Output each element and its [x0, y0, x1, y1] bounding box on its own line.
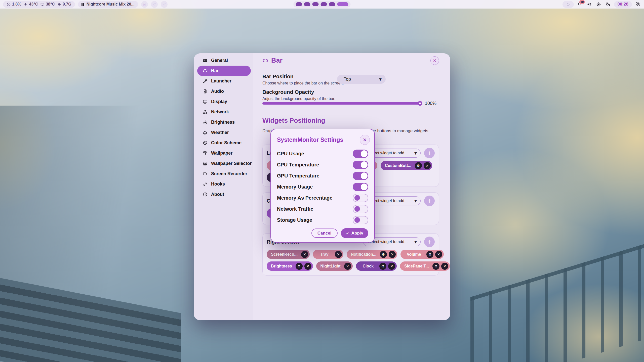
speaker-box-icon — [202, 89, 208, 94]
widget-remove-button[interactable]: ✕ — [344, 263, 351, 270]
sidebar-item-bar[interactable]: Bar — [197, 66, 251, 76]
brightness-button[interactable] — [595, 1, 602, 8]
widget-chip[interactable]: ScreenReco... ✕ — [267, 250, 310, 259]
notifications-button[interactable]: 10 — [576, 1, 583, 8]
bar-position-dropdown[interactable]: Top ▼ — [337, 75, 386, 84]
clock-button[interactable]: 00:28 — [614, 1, 632, 8]
sidebar-item-wallpaper[interactable]: Wallpaper — [194, 148, 253, 158]
add-widget-button[interactable]: + — [424, 196, 435, 206]
widget-chip[interactable]: NightLight ✕ — [316, 261, 353, 271]
modal-close-button[interactable]: ✕ — [360, 135, 370, 145]
sidebar-item-wallpaper-selector[interactable]: Wallpaper Selector — [194, 158, 253, 169]
close-icon: ✕ — [443, 264, 446, 268]
slider-handle[interactable] — [418, 101, 422, 106]
sidebar-item-general[interactable]: General — [194, 55, 253, 66]
sidebar-item-launcher[interactable]: Launcher — [194, 76, 253, 86]
background-opacity-slider[interactable] — [262, 102, 421, 105]
plus-icon: + — [427, 198, 431, 204]
top-bar: 1.8% 43°C 38°C 9.7G Nightcore Music Mix … — [0, 0, 644, 9]
favorite-button-2[interactable]: ♡ — [161, 1, 168, 8]
network-traffic-toggle[interactable] — [353, 205, 368, 213]
sidebar-item-weather[interactable]: Weather — [194, 127, 253, 138]
add-widget-button[interactable]: + — [424, 237, 435, 247]
speaker-icon — [587, 2, 592, 7]
widget-chip[interactable]: Brightness ⚙ ✕ — [267, 261, 313, 271]
gpu-temperature-toggle[interactable] — [353, 172, 368, 180]
widget-settings-button[interactable]: ⚙ — [379, 263, 386, 270]
widget-remove-button[interactable]: ✕ — [389, 251, 396, 258]
widget-settings-button[interactable]: ⚙ — [380, 251, 387, 258]
memory-as-percentage-toggle[interactable] — [353, 194, 368, 202]
sidebar-item-about[interactable]: About — [194, 189, 253, 200]
workspace-dot-3[interactable] — [312, 2, 319, 6]
sidebar-item-screen-recorder[interactable]: Screen Recorder — [194, 169, 253, 179]
widget-remove-button[interactable]: ✕ — [424, 162, 431, 169]
toggle-row: Memory Usage — [277, 181, 368, 192]
toggle-row: Network Traffic — [277, 203, 368, 214]
widget-remove-button[interactable]: ✕ — [388, 263, 395, 270]
widget-chip[interactable]: SidePanelT... ⚙ ✕ — [400, 261, 450, 271]
paint-roller-icon — [202, 151, 208, 156]
workspace-dot-2[interactable] — [304, 2, 310, 6]
widget-chip[interactable]: Clock ⚙ ✕ — [356, 261, 397, 271]
widget-chip[interactable]: Tray ✕ — [313, 250, 343, 259]
widget-settings-button[interactable]: ⚙ — [415, 162, 422, 169]
notification-badge: 10 — [579, 0, 585, 4]
widget-remove-button[interactable]: ✕ — [304, 263, 311, 270]
chevron-down-icon: ▼ — [414, 240, 417, 244]
widget-remove-button[interactable]: ✕ — [301, 251, 308, 258]
widget-remove-button[interactable]: ✕ — [335, 251, 342, 258]
bar-position-value: Top — [344, 77, 351, 82]
sidebar-item-audio[interactable]: Audio — [194, 86, 253, 97]
storage-usage-toggle[interactable] — [353, 216, 368, 224]
widget-chip[interactable]: Volume ⚙ ✕ — [400, 250, 444, 259]
check-icon: ✓ — [346, 231, 349, 236]
apply-button[interactable]: ✓ Apply — [341, 228, 368, 238]
sidebar-item-network[interactable]: Network — [194, 107, 253, 117]
memory-stat: 9.7G — [57, 2, 71, 7]
claw-icon — [566, 2, 571, 7]
media-player-pill[interactable]: Nightcore Music Mix 20... — [78, 1, 138, 8]
cpu-usage-toggle[interactable] — [353, 150, 368, 158]
gear-icon: ⚙ — [382, 252, 385, 256]
sidebar-item-brightness[interactable]: Brightness — [194, 117, 253, 127]
widget-settings-button[interactable]: ⚙ — [426, 251, 433, 258]
memory-usage-toggle[interactable] — [353, 183, 368, 191]
system-stats-pill[interactable]: 1.8% 43°C 38°C 9.7G — [3, 1, 75, 8]
page-title: Bar — [271, 57, 283, 64]
widget-chip[interactable]: CustomButt... ⚙ ✕ — [381, 161, 432, 170]
close-icon: ✕ — [437, 252, 440, 256]
flame-icon — [23, 2, 28, 7]
pill-icon — [262, 58, 268, 63]
favorite-button-1[interactable]: ♡ — [151, 1, 158, 8]
settings-close-button[interactable]: ✕ — [430, 56, 439, 65]
widget-remove-button[interactable]: ✕ — [435, 251, 442, 258]
workspace-dot-active[interactable] — [337, 2, 348, 6]
gear-icon: ⚙ — [417, 164, 420, 168]
widget-settings-button[interactable]: ⚙ — [296, 263, 303, 270]
modal-title: SystemMonitor Settings — [277, 137, 343, 143]
workspace-dot-1[interactable] — [296, 2, 302, 6]
sidebar-item-color-scheme[interactable]: Color Scheme — [194, 138, 253, 148]
workspace-dot-5[interactable] — [329, 2, 335, 6]
night-light-button[interactable] — [605, 1, 612, 8]
dashboard-button[interactable] — [634, 1, 641, 8]
panel-header: Bar ✕ — [262, 53, 439, 68]
pause-icon[interactable] — [82, 3, 84, 6]
skull-icon: ☠ — [143, 2, 146, 6]
system-monitor-settings-modal: SystemMonitor Settings ✕ CPU Usage CPU T… — [270, 129, 375, 243]
tray-app-button[interactable] — [562, 1, 574, 8]
close-icon: ✕ — [337, 252, 340, 256]
widget-chip[interactable]: Notification... ⚙ ✕ — [347, 250, 397, 259]
skull-button[interactable]: ☠ — [141, 1, 148, 8]
add-widget-button[interactable]: + — [424, 148, 435, 158]
volume-button[interactable] — [585, 1, 593, 8]
sidebar-item-display[interactable]: Display — [194, 97, 253, 107]
workspace-dot-4[interactable] — [321, 2, 327, 6]
widget-remove-button[interactable]: ✕ — [441, 263, 448, 270]
widget-settings-button[interactable]: ⚙ — [432, 263, 439, 270]
cancel-button[interactable]: Cancel — [311, 229, 338, 238]
sidebar-item-hooks[interactable]: Hooks — [194, 179, 253, 189]
cpu-temperature-toggle[interactable] — [353, 161, 368, 169]
moon-off-icon — [606, 2, 611, 7]
